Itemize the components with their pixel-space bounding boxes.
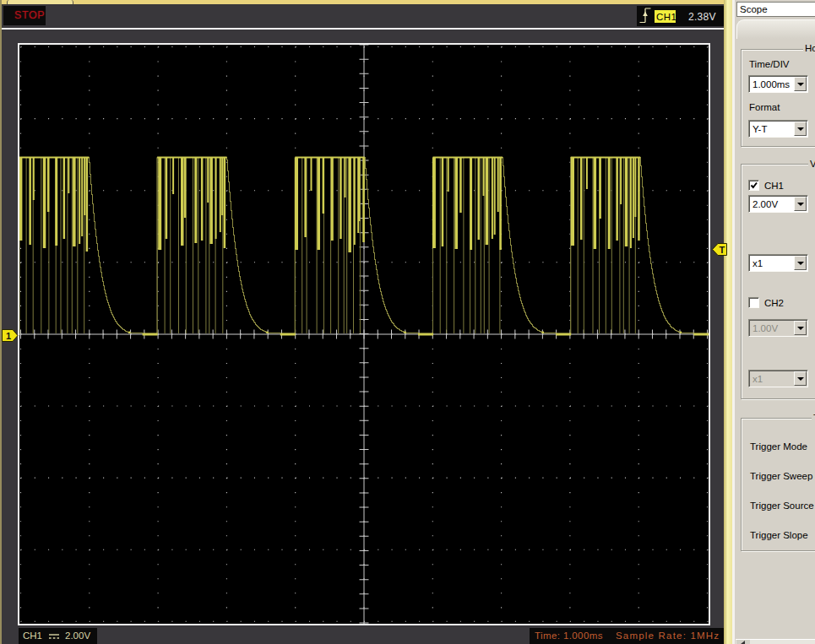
- svg-text:1: 1: [6, 331, 11, 341]
- svg-text:T: T: [720, 245, 725, 255]
